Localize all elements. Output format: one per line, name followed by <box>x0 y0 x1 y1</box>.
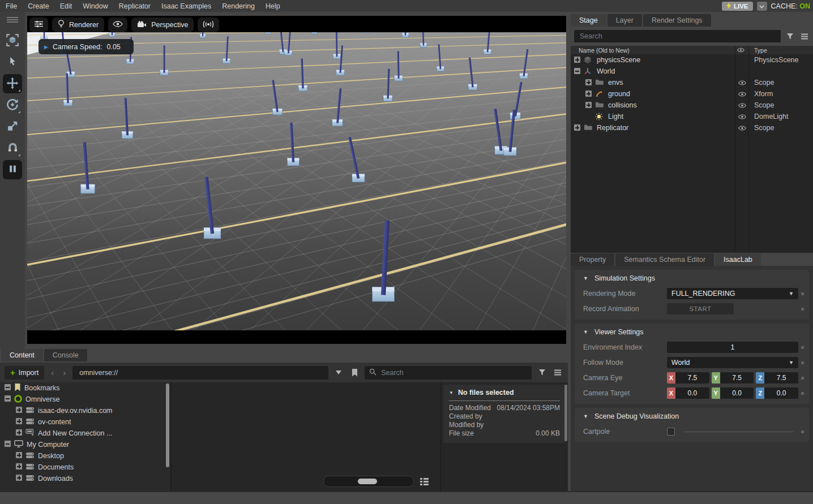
expander-expand-icon[interactable] <box>585 79 592 85</box>
snap-tool[interactable] <box>3 139 22 158</box>
expander-expand-icon[interactable] <box>16 429 22 437</box>
stage-options-button[interactable] <box>799 31 810 42</box>
content-tree-item-documents[interactable]: Documents <box>0 462 170 473</box>
visibility-menu-button[interactable] <box>108 18 127 32</box>
stage-column-type[interactable]: Type <box>754 47 767 54</box>
stage-tab-layer[interactable]: Layer <box>607 14 642 27</box>
content-tree-item-bookmarks[interactable]: Bookmarks <box>0 382 170 394</box>
menu-create[interactable]: Create <box>28 2 49 10</box>
content-tree-item-downloads[interactable]: Downloads <box>0 473 170 484</box>
frame-selection-tool[interactable] <box>3 31 22 50</box>
start-button[interactable]: START <box>667 303 734 315</box>
axis-x-field[interactable]: X7.5 <box>667 372 709 384</box>
expander-expand-icon[interactable] <box>16 452 22 460</box>
expander-collapse-icon[interactable] <box>5 395 11 403</box>
content-tree-item-isaac-dev-ov-nvidia-com[interactable]: isaac-dev.ov.nvidia.com <box>0 405 170 416</box>
section-header-viewer-settings[interactable]: ▼Viewer Settings <box>575 324 809 340</box>
expander-expand-icon[interactable] <box>16 418 22 426</box>
number-field-environment-index[interactable]: 1 <box>667 342 798 353</box>
visibility-eye-icon[interactable] <box>738 79 746 87</box>
camera-speed-tooltip[interactable]: ▶ Camera Speed: 0.05 <box>38 39 134 54</box>
expander-expand-icon[interactable] <box>574 57 580 63</box>
menu-isaac-examples[interactable]: Isaac Examples <box>161 2 211 10</box>
scale-tool[interactable] <box>3 117 22 136</box>
axis-y-field[interactable]: Y7.5 <box>712 372 754 384</box>
file-grid-area[interactable] <box>172 382 440 491</box>
checkbox-cartpole[interactable] <box>667 428 675 436</box>
import-button[interactable]: + Import <box>5 366 44 380</box>
content-filter-button[interactable] <box>536 367 547 378</box>
content-search-input[interactable] <box>380 368 527 377</box>
section-header-scene-debug-visualization[interactable]: ▼Scene Debug Visualization <box>575 408 809 424</box>
expander-expand-icon[interactable] <box>16 475 22 483</box>
back-button[interactable]: ‹ <box>49 368 56 377</box>
content-tree-scrollbar[interactable] <box>166 384 169 467</box>
thumbnail-size-slider[interactable] <box>323 476 414 487</box>
property-tab-semantics-schema-editor[interactable]: Semantics Schema Editor <box>615 253 714 266</box>
menu-window[interactable]: Window <box>83 2 108 10</box>
content-tab-content[interactable]: Content <box>1 349 43 361</box>
visibility-eye-icon[interactable] <box>738 91 746 98</box>
expander-collapse-icon[interactable] <box>5 384 11 392</box>
rotate-tool[interactable] <box>3 96 22 115</box>
live-dropdown-button[interactable] <box>757 2 767 11</box>
path-field[interactable] <box>72 366 328 380</box>
content-search-field[interactable] <box>365 366 532 380</box>
stage-row-collisions[interactable]: collisionsScope <box>571 100 813 111</box>
stage-column-visibility-icon[interactable] <box>737 47 744 54</box>
menu-replicator[interactable]: Replicator <box>119 2 151 10</box>
visibility-eye-icon[interactable] <box>738 102 746 110</box>
stage-row-replicator[interactable]: ReplicatorScope <box>571 122 813 133</box>
camera-menu-button[interactable]: Perspective <box>131 18 194 32</box>
select-tool[interactable] <box>3 53 22 72</box>
expander-collapse-icon[interactable] <box>574 68 580 74</box>
stage-row-physicsscene[interactable]: physicsScenePhysicsScene <box>571 54 813 66</box>
viewport-scene[interactable] <box>27 32 566 330</box>
stage-tree-header[interactable]: Name (Old to New) Type <box>571 46 813 54</box>
stage-search-input[interactable] <box>579 32 776 41</box>
axis-x-field[interactable]: X0.0 <box>667 387 709 399</box>
axis-z-field[interactable]: Z0.0 <box>756 387 798 399</box>
details-scrollbar[interactable] <box>564 385 567 441</box>
expander-expand-icon[interactable] <box>16 463 22 471</box>
dropdown-follow-mode[interactable]: World▼ <box>667 357 798 368</box>
stage-row-ground[interactable]: groundXform <box>571 88 813 100</box>
menu-file[interactable]: File <box>6 2 17 10</box>
expander-collapse-icon[interactable] <box>5 441 11 449</box>
stage-tab-stage[interactable]: Stage <box>571 14 606 27</box>
expander-expand-icon[interactable] <box>574 124 580 131</box>
content-tree-item-desktop[interactable]: Desktop <box>0 450 170 462</box>
pause-button[interactable] <box>3 160 22 179</box>
path-input[interactable] <box>78 368 323 377</box>
axis-z-field[interactable]: Z7.5 <box>756 372 798 384</box>
content-tree-item-add-new-connection[interactable]: Add New Connection ... <box>0 428 170 439</box>
content-tree-item-my-computer[interactable]: My Computer <box>0 439 170 450</box>
dropdown-rendering-mode[interactable]: FULL_RENDERING▼ <box>667 288 798 299</box>
stage-filter-button[interactable] <box>784 31 795 42</box>
expander-expand-icon[interactable] <box>585 91 592 97</box>
stage-row-world[interactable]: World <box>571 66 813 77</box>
file-details-header[interactable]: ▼ No files selected <box>449 389 560 397</box>
forward-button[interactable]: › <box>61 368 68 377</box>
axis-y-field[interactable]: Y0.0 <box>712 387 754 399</box>
stage-search-field[interactable] <box>574 30 781 42</box>
broadcast-button[interactable] <box>198 18 219 32</box>
slider-thumb[interactable] <box>358 479 377 484</box>
viewport-3d[interactable]: Renderer Perspective ▶ Camera Speed: 0.0… <box>27 16 566 344</box>
stage-tab-render-settings[interactable]: Render Settings <box>643 14 711 27</box>
renderer-menu-button[interactable]: Renderer <box>52 18 104 32</box>
stage-column-name[interactable]: Name (Old to New) <box>579 47 630 54</box>
property-tab-isaaclab[interactable]: IsaacLab <box>715 253 761 266</box>
content-tree-item-ov-content[interactable]: ov-content <box>0 416 170 428</box>
path-dropdown-button[interactable] <box>333 367 344 378</box>
stage-row-envs[interactable]: envsScope <box>571 77 813 88</box>
expander-expand-icon[interactable] <box>585 102 592 108</box>
menu-edit[interactable]: Edit <box>60 2 72 10</box>
stage-row-light[interactable]: LightDomeLight <box>571 111 813 122</box>
move-tool[interactable] <box>3 74 22 93</box>
menu-rendering[interactable]: Rendering <box>222 2 255 10</box>
menu-help[interactable]: Help <box>266 2 280 10</box>
visibility-eye-icon[interactable] <box>738 124 746 132</box>
property-tab-property[interactable]: Property <box>571 253 614 266</box>
live-button[interactable]: LIVE <box>722 2 753 11</box>
